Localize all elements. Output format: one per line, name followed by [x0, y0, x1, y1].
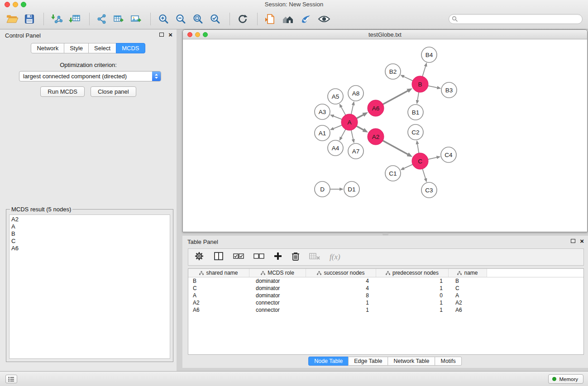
export-table-button[interactable]: [113, 12, 124, 26]
result-item-a2[interactable]: A2: [11, 216, 170, 223]
column-header-predecessor-nodes[interactable]: predecessor nodes: [376, 269, 449, 277]
node-B1[interactable]: B1: [408, 105, 423, 120]
result-item-c[interactable]: C: [11, 238, 170, 245]
node-B2[interactable]: B2: [385, 64, 401, 79]
edge-B-B3[interactable]: [428, 86, 438, 88]
node-B[interactable]: B: [412, 76, 428, 92]
save-session-button[interactable]: [24, 12, 34, 26]
show-hide-button[interactable]: [318, 12, 330, 26]
column-header-shared-name[interactable]: shared name: [188, 269, 249, 277]
float-table-panel-icon[interactable]: [571, 239, 575, 243]
zoom-selected-button[interactable]: [210, 12, 220, 26]
node-A8[interactable]: A8: [348, 86, 363, 101]
edge-C-C3[interactable]: [422, 169, 425, 179]
node-D[interactable]: D: [315, 181, 330, 197]
minimize-window-button[interactable]: [13, 2, 18, 7]
edge-A-A7[interactable]: [351, 130, 354, 140]
node-C2[interactable]: C2: [408, 124, 423, 140]
edge-A-A2[interactable]: [357, 126, 364, 130]
node-A7[interactable]: A7: [348, 143, 363, 159]
delete-column-button[interactable]: [292, 252, 300, 263]
main-titlebar[interactable]: Session: New Session: [0, 0, 588, 9]
edge-A6-B[interactable]: [383, 91, 408, 104]
node-A6[interactable]: A6: [368, 100, 384, 116]
node-A3[interactable]: A3: [315, 104, 330, 119]
result-item-a6[interactable]: A6: [11, 245, 170, 252]
tab-style[interactable]: Style: [64, 43, 89, 53]
edge-A2-C[interactable]: [383, 141, 408, 155]
open-session-button[interactable]: [6, 12, 18, 26]
refresh-layout-button[interactable]: [237, 12, 248, 26]
table-row-a[interactable]: Adominator80A: [188, 292, 583, 299]
network-window-titlebar[interactable]: testGlobe.txt: [183, 30, 587, 39]
tab-network[interactable]: Network: [31, 43, 64, 53]
edge-A-A6[interactable]: [357, 114, 364, 118]
zoom-in-button[interactable]: [158, 12, 169, 26]
node-D1[interactable]: D1: [344, 181, 359, 197]
column-header-mcds-role[interactable]: MCDS role: [249, 269, 306, 277]
add-column-button[interactable]: [274, 252, 282, 262]
zoom-out-button[interactable]: [175, 12, 186, 26]
panel-divider-grip[interactable]: [382, 233, 388, 235]
node-C[interactable]: C: [412, 153, 428, 169]
task-history-button[interactable]: [5, 375, 17, 383]
run-mcds-button[interactable]: Run MCDS: [40, 86, 85, 97]
optimization-dropdown[interactable]: largest connected component (directed): [19, 71, 161, 81]
result-item-b[interactable]: B: [11, 230, 170, 238]
session-snapshot-button[interactable]: [265, 12, 275, 26]
home-layout-button[interactable]: [282, 12, 294, 26]
column-header-name[interactable]: name: [449, 269, 487, 277]
network-close-button[interactable]: [187, 32, 192, 37]
network-canvas[interactable]: AA1A2A3A4A5A6A7A8BB1B2B3B4CC1C2C3C4DD1: [183, 39, 587, 232]
mcds-result-list[interactable]: A2ABCA6: [9, 214, 170, 359]
tab-edge-table[interactable]: Edge Table: [348, 357, 388, 366]
edge-B-B1[interactable]: [417, 92, 419, 101]
show-columns-button[interactable]: [214, 252, 224, 262]
edge-A-A8[interactable]: [351, 105, 354, 114]
memory-button[interactable]: Memory: [548, 374, 583, 384]
edge-A-A4[interactable]: [341, 129, 345, 138]
search-input[interactable]: [449, 14, 583, 24]
close-window-button[interactable]: [5, 2, 10, 7]
node-C1[interactable]: C1: [385, 166, 401, 181]
table-row-b[interactable]: Bdominator41B: [188, 277, 583, 285]
edge-A-A1[interactable]: [333, 125, 342, 129]
function-builder-button[interactable]: f(x): [330, 253, 340, 262]
edge-A-A5[interactable]: [341, 107, 345, 115]
column-header-successor-nodes[interactable]: successor nodes: [306, 269, 376, 277]
delete-table-button[interactable]: [309, 252, 320, 262]
edge-C-C2[interactable]: [417, 144, 419, 153]
tab-node-table[interactable]: Node Table: [308, 357, 349, 366]
edge-B-B4[interactable]: [422, 66, 425, 76]
result-item-a[interactable]: A: [11, 223, 170, 230]
close-panel-icon[interactable]: ×: [168, 32, 172, 37]
node-A[interactable]: A: [341, 114, 358, 130]
float-panel-icon[interactable]: [159, 33, 164, 37]
tab-network-table[interactable]: Network Table: [388, 357, 435, 366]
network-minimize-button[interactable]: [195, 32, 200, 37]
network-zoom-button[interactable]: [203, 32, 208, 37]
node-A5[interactable]: A5: [328, 89, 343, 104]
edge-B-B2[interactable]: [404, 76, 413, 81]
import-network-button[interactable]: [51, 12, 62, 26]
table-row-c[interactable]: Cdominator41C: [188, 285, 583, 292]
unselect-all-button[interactable]: [253, 253, 264, 262]
node-A1[interactable]: A1: [315, 125, 330, 141]
node-B3[interactable]: B3: [441, 82, 457, 98]
tab-motifs[interactable]: Motifs: [435, 357, 461, 366]
node-C4[interactable]: C4: [441, 147, 456, 162]
apply-style-button[interactable]: [301, 12, 311, 26]
tab-select[interactable]: Select: [88, 43, 116, 53]
import-table-button[interactable]: [69, 12, 80, 26]
node-C3[interactable]: C3: [421, 182, 437, 198]
table-row-a2[interactable]: A2connector11A2: [188, 299, 583, 306]
node-A2[interactable]: A2: [368, 129, 384, 145]
export-network-button[interactable]: [97, 12, 107, 26]
table-row-a6[interactable]: A6connector11A6: [188, 306, 583, 314]
export-image-button[interactable]: [130, 12, 141, 26]
node-table[interactable]: shared nameMCDS rolesuccessor nodesprede…: [188, 268, 584, 355]
edge-C-C1[interactable]: [404, 164, 413, 168]
node-A4[interactable]: A4: [328, 140, 343, 156]
edge-C-C4[interactable]: [428, 157, 437, 159]
tab-mcds[interactable]: MCDS: [116, 43, 145, 53]
